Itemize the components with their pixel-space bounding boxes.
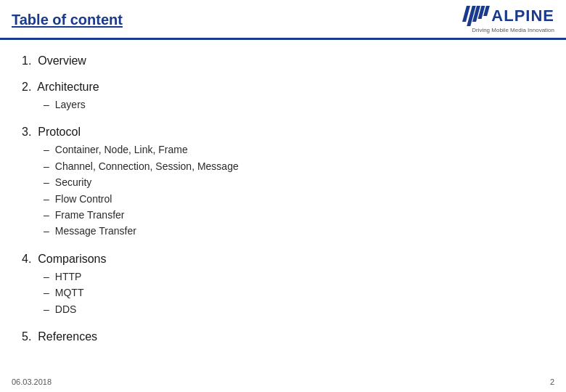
toc-sub-item-2-1: Layers [44,97,544,113]
toc-main-3: 3. Protocol [22,126,544,139]
toc-sub-item-4-2: MQTT [44,285,544,301]
toc-main-4: 4. Comparisons [22,253,544,266]
logo-tagline: Driving Mobile Media Innovation [472,27,554,33]
alpine-logo: ALPINE [464,6,554,26]
footer-page: 2 [550,377,554,386]
toc-sub-list-3: Container, Node, Link, FrameChannel, Con… [22,142,544,239]
toc-item-3: 3. ProtocolContainer, Node, Link, FrameC… [22,126,544,239]
footer-date: 06.03.2018 [12,377,52,386]
toc-main-5: 5. References [22,330,544,343]
toc-sub-item-3-5: Frame Transfer [44,207,544,223]
logo-text: ALPINE [491,7,554,25]
toc-sub-list-4: HTTPMQTTDDS [22,269,544,317]
toc-sub-item-3-6: Message Transfer [44,223,544,239]
footer: 06.03.2018 2 [12,377,554,386]
page-title: Table of content [12,12,123,28]
toc-sub-item-4-3: DDS [44,301,544,317]
toc-item-2: 2. ArchitectureLayers [22,81,544,113]
toc-sub-item-3-4: Flow Control [44,191,544,207]
toc-item-4: 4. ComparisonsHTTPMQTTDDS [22,253,544,317]
toc-sub-item-3-2: Channel, Connection, Session, Message [44,158,544,174]
logo-area: ALPINE Driving Mobile Media Innovation [464,6,554,33]
toc-sub-item-3-1: Container, Node, Link, Frame [44,142,544,158]
toc-item-1: 1. Overview [22,54,544,68]
toc-content: 1. Overview2. ArchitectureLayers3. Proto… [0,40,566,371]
header: Table of content ALPINE Driving Mobile M… [0,0,566,40]
toc-main-2: 2. Architecture [22,81,544,94]
toc-main-1: 1. Overview [22,54,544,68]
toc-item-5: 5. References [22,330,544,343]
toc-sub-item-4-1: HTTP [44,269,544,285]
toc-sub-item-3-3: Security [44,174,544,190]
toc-sub-list-2: Layers [22,97,544,113]
logo-stripes [464,6,488,26]
